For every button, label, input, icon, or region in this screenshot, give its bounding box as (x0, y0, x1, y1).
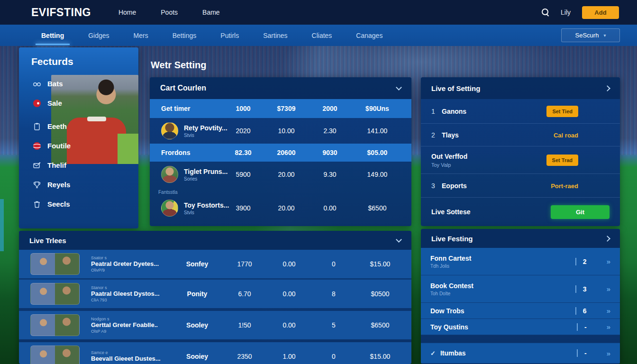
list-item[interactable]: ✓ Itumbas - » (421, 343, 620, 364)
sidebar-item-seecls[interactable]: Seecls (19, 194, 138, 214)
sidebar-item-eeeth[interactable]: Eeeth (19, 117, 138, 136)
avatar (161, 122, 178, 139)
caret-down-icon: ▾ (603, 33, 606, 38)
row-value: $15.00 (355, 260, 405, 268)
sidebar-item-label: Eeeth (47, 122, 67, 130)
row-value: $15.00 (355, 353, 405, 360)
table-row[interactable]: Get timer 1000 $7309 2000 $90Uns (150, 99, 411, 118)
row-value: 2.30 (309, 127, 351, 135)
tab-bettings[interactable]: Bettings (172, 26, 198, 45)
table-row[interactable]: Stanor s Paatral Gleest Dystos... CliA 7… (19, 280, 411, 308)
topnav-poots[interactable]: Poots (161, 9, 178, 16)
item-subtitle: Toy Valp (431, 162, 467, 168)
topnav-bame[interactable]: Bame (202, 9, 220, 16)
count-divider (575, 307, 576, 315)
list-item[interactable]: 3 Eoports Port-raed (421, 174, 620, 198)
cal-road-link[interactable]: Cal road (554, 132, 578, 139)
row-value: 141.00 (351, 127, 404, 135)
set-trad-button[interactable]: Set Trad (546, 155, 578, 166)
double-chevron-icon[interactable]: » (607, 307, 610, 315)
row-value: 0 (312, 260, 355, 268)
item-label: Ganons (442, 108, 466, 115)
topnav-home[interactable]: Home (118, 9, 136, 16)
row-value: 1770 (223, 260, 266, 268)
tab-betting[interactable]: Betting (40, 26, 65, 45)
item-title: Dow Trobs (430, 307, 464, 315)
count-divider (577, 323, 578, 331)
user-name[interactable]: Lily (561, 9, 571, 16)
row-value: 9.30 (309, 171, 351, 178)
top-navigation: Home Poots Bame (118, 9, 220, 16)
sidebar-item-thelif[interactable]: Thelif (19, 155, 138, 175)
sale-icon (32, 99, 42, 108)
row-value: $6500 (351, 204, 404, 212)
tab-mers[interactable]: Mers (133, 26, 149, 45)
double-chevron-icon[interactable]: » (607, 257, 610, 265)
row-subtitle: OlsP A9 (91, 329, 172, 334)
row-value: 2000 (309, 105, 351, 112)
sidebar-item-label: Sale (47, 99, 62, 107)
row-overline: Stanor s (91, 285, 172, 290)
match-thumbnail (30, 346, 80, 364)
item-title: Book Contest (430, 282, 473, 290)
row-title: Gerttal Greter Foablle.. (91, 321, 172, 328)
row-value: 1!50 (223, 321, 266, 329)
chevron-right-icon[interactable] (604, 85, 610, 91)
add-button[interactable]: Add (582, 6, 619, 19)
list-item[interactable]: Book Contest Toh Dolte 3 » (421, 275, 620, 303)
sidebar: Fecturds Bats Sale Eeeth Foutile (19, 47, 138, 228)
count-divider (577, 349, 578, 357)
row-value: 3900 (223, 204, 264, 212)
table-row[interactable]: Nodgon s Gerttal Greter Foablle.. OlsP A… (19, 311, 411, 339)
list-item[interactable]: Toy Qustins - » (421, 319, 620, 335)
double-chevron-icon[interactable]: » (607, 285, 610, 293)
row-value: 2020 (223, 127, 264, 135)
row-value: 20600 (264, 149, 309, 156)
sidebar-item-bats[interactable]: Bats (19, 74, 138, 93)
item-count: - (584, 349, 587, 357)
item-title: Fonn Cartest (430, 255, 471, 262)
row-overline: Samce e (91, 350, 172, 355)
table-row[interactable]: Tiglet Pruns... Sories 5900 20.00 9.30 1… (150, 162, 411, 187)
item-subtitle: Tdh Jolis (430, 264, 471, 269)
row-subtitle: Stvis (184, 133, 228, 138)
search-icon[interactable] (542, 9, 549, 16)
row-value: 5 (312, 321, 355, 329)
list-item[interactable]: Dow Trobs 6 » (421, 303, 620, 319)
set-tied-button[interactable]: Set Tied (546, 106, 578, 117)
row-subtitle: Sories (184, 176, 228, 182)
row-value: $7309 (264, 105, 309, 112)
git-button[interactable]: Git (551, 205, 610, 219)
list-item[interactable]: Fonn Cartest Tdh Jolis 2 » (421, 248, 620, 275)
sidebar-item-foutile[interactable]: Foutile (19, 136, 138, 155)
double-chevron-icon[interactable]: » (607, 323, 610, 331)
table-row[interactable]: Frordons 82.30 20600 9030 $05.00 (150, 144, 411, 162)
double-chevron-icon[interactable]: » (607, 349, 610, 357)
mail-edit-icon (32, 161, 42, 170)
chevron-right-icon[interactable] (604, 236, 610, 242)
row-value: 0.00 (266, 321, 312, 329)
table-row[interactable]: Ssator s Peatral Greter Dyetes... OlivP/… (19, 250, 411, 278)
table-row[interactable]: Toy Fostorts... Stvls 3900 20.00 0.00 $6… (150, 195, 411, 221)
row-value: 0.00 (266, 290, 312, 298)
table-row[interactable]: Rety Povtity... Stvis 2020 10.00 2.30 14… (150, 118, 411, 144)
row-title: Paatral Gleest Dystos... (91, 290, 172, 297)
sidebar-item-reyels[interactable]: Reyels (19, 175, 138, 194)
sidebar-item-sale[interactable]: Sale (19, 93, 138, 113)
chevron-down-icon[interactable] (396, 84, 402, 91)
row-title: Peatral Greter Dyetes... (91, 260, 172, 267)
row-value: 5900 (223, 171, 264, 178)
chevron-down-icon[interactable] (396, 237, 402, 243)
list-item[interactable]: Out Verffod Toy Valp Set Trad (421, 146, 620, 174)
list-item[interactable]: 1 Ganons Set Tied (421, 99, 620, 124)
list-item[interactable]: 2 Tlays Cal road (421, 124, 620, 146)
tab-cliates[interactable]: Cliates (311, 26, 333, 45)
app-logo: EVIFSTING (31, 6, 91, 19)
tab-canages[interactable]: Canages (355, 26, 383, 45)
tab-putirls[interactable]: Putirls (219, 26, 240, 45)
sescurh-dropdown[interactable]: SeScurh ▾ (561, 28, 620, 42)
tab-sartines[interactable]: Sartines (262, 26, 288, 45)
port-raed-link[interactable]: Port-raed (551, 182, 578, 190)
tab-gidges[interactable]: Gidges (87, 26, 110, 45)
table-row[interactable]: Samce e Beevall Gieeet Dustes... Sooiey … (19, 342, 411, 364)
